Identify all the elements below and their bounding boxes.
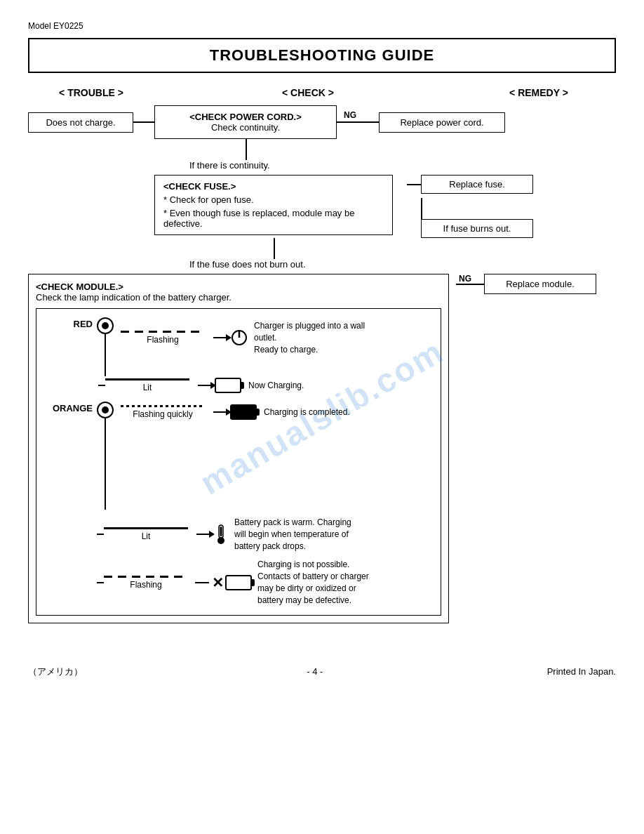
check-module-title: <CHECK MODULE.> bbox=[36, 282, 441, 292]
x-mark: ✕ bbox=[212, 574, 224, 591]
desc-2: Now Charging. bbox=[248, 380, 304, 390]
signal-label-4: Lit bbox=[142, 531, 151, 541]
v-line-2 bbox=[274, 238, 275, 259]
battery-outline-icon bbox=[215, 378, 241, 393]
arrow-2 bbox=[198, 385, 212, 386]
v-line-fuse bbox=[421, 198, 422, 219]
remedy-if-fuse-burns: If fuse burns out. bbox=[421, 219, 533, 238]
h-conn-2 bbox=[98, 385, 105, 386]
ng-label-2: NG bbox=[459, 274, 471, 284]
footer-right: Printed In Japan. bbox=[547, 666, 616, 677]
check-module-desc: Check the lamp indication of the battery… bbox=[36, 292, 441, 303]
arrow-3 bbox=[213, 411, 227, 413]
if-fuse-text: If the fuse does not burn out. bbox=[189, 259, 617, 270]
ng-label-1: NG bbox=[344, 110, 356, 120]
orange-led bbox=[97, 402, 114, 418]
footer-left: （アメリカ） bbox=[28, 666, 83, 678]
svg-point-3 bbox=[217, 537, 224, 544]
power-icon bbox=[230, 329, 248, 347]
red-v-line bbox=[105, 334, 106, 376]
dotted-line-3 bbox=[121, 405, 205, 407]
check-power-cord-box: <CHECK POWER CORD.> Check continuity. bbox=[154, 105, 337, 139]
orange-label: ORANGE bbox=[43, 402, 93, 413]
red-led bbox=[97, 317, 114, 334]
fuse-remedy-line bbox=[407, 184, 421, 185]
remedy-power-cord: Replace power cord. bbox=[379, 112, 505, 133]
header-check: < CHECK > bbox=[189, 87, 427, 98]
orange-v-line bbox=[105, 418, 106, 510]
check-power-cord-desc: Check continuity. bbox=[163, 122, 328, 133]
fuse-bullet-1: * Check for open fuse. bbox=[163, 194, 384, 205]
battery-filled-icon bbox=[230, 404, 257, 420]
h-conn-4 bbox=[97, 534, 104, 535]
flow-diagram: Does not charge. <CHECK POWER CORD.> Che… bbox=[28, 105, 617, 623]
thermometer-icon bbox=[213, 524, 229, 545]
svg-rect-4 bbox=[220, 527, 222, 536]
dashed-line-1 bbox=[121, 331, 205, 333]
check-fuse-title: <CHECK FUSE.> bbox=[163, 181, 384, 192]
signal-label-2: Lit bbox=[143, 383, 152, 392]
arrow-4 bbox=[196, 534, 210, 535]
ng-line bbox=[337, 121, 379, 123]
signal-label-5: Flashing bbox=[130, 580, 161, 590]
check-fuse-box: <CHECK FUSE.> * Check for open fuse. * E… bbox=[154, 175, 393, 235]
arrow-1 bbox=[213, 337, 227, 338]
desc-1: Charger is plugged into a wall outlet.Re… bbox=[254, 320, 373, 355]
battery-outline-icon-2 bbox=[225, 575, 252, 590]
model-number: Model EY0225 bbox=[28, 21, 616, 31]
indicator-section: RED bbox=[36, 308, 441, 616]
desc-5: Charging is not possible. Contacts of ba… bbox=[257, 559, 377, 606]
check-power-cord-title: <CHECK POWER CORD.> bbox=[163, 112, 328, 122]
solid-line-2 bbox=[105, 378, 189, 380]
if-continuity-text: If there is continuity. bbox=[189, 160, 270, 171]
desc-3: Charging is completed. bbox=[264, 407, 350, 417]
title-box: TROUBLESHOOTING GUIDE bbox=[28, 38, 616, 73]
remedy-replace-fuse: Replace fuse. bbox=[421, 175, 533, 194]
h-conn-5 bbox=[97, 582, 104, 583]
remedy-module: Replace module. bbox=[484, 274, 596, 294]
header-trouble: < TROUBLE > bbox=[28, 87, 154, 98]
check-module-section: <CHECK MODULE.> Check the lamp indicatio… bbox=[28, 274, 449, 623]
fuse-bullet-2: * Even though fuse is replaced, module m… bbox=[163, 208, 384, 229]
page-title: TROUBLESHOOTING GUIDE bbox=[36, 46, 608, 65]
header-remedy: < REMEDY > bbox=[462, 87, 616, 98]
connector-line-1 bbox=[133, 121, 154, 123]
red-label: RED bbox=[43, 317, 93, 329]
footer: （アメリカ） - 4 - Printed In Japan. bbox=[28, 666, 616, 678]
dashed-line-5 bbox=[104, 576, 188, 578]
signal-label-1: Flashing bbox=[147, 335, 178, 345]
footer-center: - 4 - bbox=[307, 666, 323, 677]
solid-line-4 bbox=[104, 527, 188, 529]
line-5 bbox=[195, 582, 209, 583]
v-line-1 bbox=[246, 139, 247, 160]
ng-line-module: NG bbox=[456, 284, 484, 285]
trouble-box: Does not charge. bbox=[28, 112, 133, 133]
desc-4: Battery pack is warm. Charging will begi… bbox=[234, 517, 354, 552]
signal-label-3: Flashing quickly bbox=[133, 409, 192, 419]
